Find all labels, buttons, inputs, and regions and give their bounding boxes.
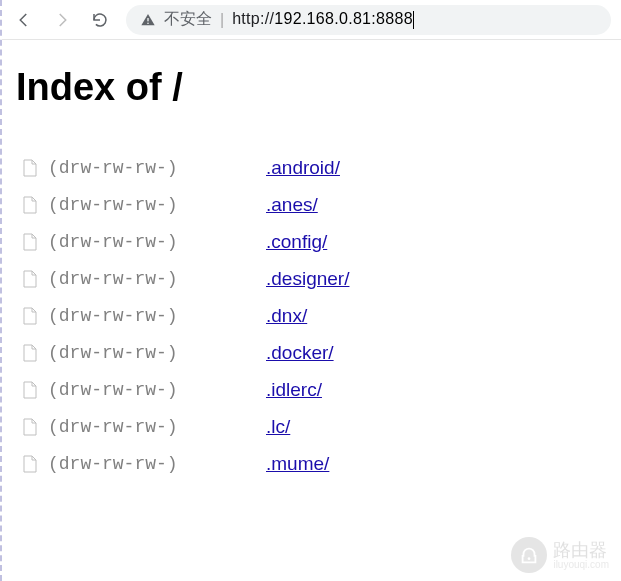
list-item: (drw-rw-rw-).dnx/ <box>16 297 607 334</box>
page-content: Index of / (drw-rw-rw-).android/(drw-rw-… <box>2 40 621 482</box>
file-icon <box>22 307 38 325</box>
watermark: 路由器 iluyouqi.com <box>511 537 609 573</box>
insecure-label: 不安全 <box>164 9 212 30</box>
permissions-text: (drw-rw-rw-) <box>48 269 266 289</box>
warning-icon <box>140 12 156 28</box>
permissions-text: (drw-rw-rw-) <box>48 380 266 400</box>
file-icon <box>22 455 38 473</box>
file-icon <box>22 233 38 251</box>
file-icon <box>22 381 38 399</box>
directory-link[interactable]: .mume/ <box>266 453 329 475</box>
reload-icon <box>91 11 109 29</box>
list-item: (drw-rw-rw-).config/ <box>16 223 607 260</box>
file-icon <box>22 344 38 362</box>
directory-link[interactable]: .idlerc/ <box>266 379 322 401</box>
watermark-sub: iluyouqi.com <box>553 559 609 570</box>
permissions-text: (drw-rw-rw-) <box>48 343 266 363</box>
address-divider: | <box>220 11 224 29</box>
directory-listing: (drw-rw-rw-).android/(drw-rw-rw-).anes/(… <box>16 149 607 482</box>
directory-link[interactable]: .docker/ <box>266 342 334 364</box>
file-icon <box>22 159 38 177</box>
file-icon <box>22 196 38 214</box>
svg-rect-0 <box>147 18 148 21</box>
svg-rect-1 <box>147 22 148 23</box>
reload-button[interactable] <box>88 8 112 32</box>
list-item: (drw-rw-rw-).anes/ <box>16 186 607 223</box>
directory-link[interactable]: .config/ <box>266 231 327 253</box>
permissions-text: (drw-rw-rw-) <box>48 232 266 252</box>
permissions-text: (drw-rw-rw-) <box>48 306 266 326</box>
list-item: (drw-rw-rw-).idlerc/ <box>16 371 607 408</box>
directory-link[interactable]: .dnx/ <box>266 305 307 327</box>
permissions-text: (drw-rw-rw-) <box>48 417 266 437</box>
arrow-right-icon <box>53 11 71 29</box>
back-button[interactable] <box>12 8 36 32</box>
directory-link[interactable]: .anes/ <box>266 194 318 216</box>
permissions-text: (drw-rw-rw-) <box>48 195 266 215</box>
list-item: (drw-rw-rw-).docker/ <box>16 334 607 371</box>
permissions-text: (drw-rw-rw-) <box>48 454 266 474</box>
list-item: (drw-rw-rw-).mume/ <box>16 445 607 482</box>
file-icon <box>22 418 38 436</box>
watermark-text: 路由器 <box>553 541 609 559</box>
watermark-icon <box>511 537 547 573</box>
page-title: Index of / <box>16 66 607 109</box>
directory-link[interactable]: .android/ <box>266 157 340 179</box>
directory-link[interactable]: .designer/ <box>266 268 349 290</box>
list-item: (drw-rw-rw-).lc/ <box>16 408 607 445</box>
arrow-left-icon <box>15 11 33 29</box>
directory-link[interactable]: .lc/ <box>266 416 290 438</box>
list-item: (drw-rw-rw-).android/ <box>16 149 607 186</box>
svg-point-2 <box>528 557 531 560</box>
address-bar[interactable]: 不安全 | http://192.168.0.81:8888 <box>126 5 611 35</box>
permissions-text: (drw-rw-rw-) <box>48 158 266 178</box>
file-icon <box>22 270 38 288</box>
forward-button[interactable] <box>50 8 74 32</box>
list-item: (drw-rw-rw-).designer/ <box>16 260 607 297</box>
browser-toolbar: 不安全 | http://192.168.0.81:8888 <box>2 0 621 40</box>
url-text: http://192.168.0.81:8888 <box>232 10 414 29</box>
